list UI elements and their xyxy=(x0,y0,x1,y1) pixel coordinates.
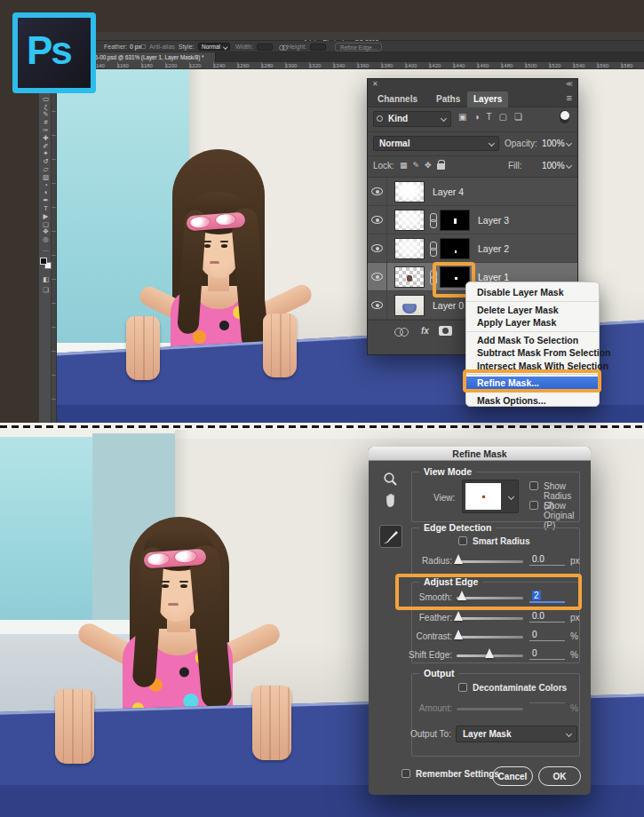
more-tools-icon[interactable]: … xyxy=(39,245,52,253)
layer-name[interactable]: Layer 2 xyxy=(478,243,509,254)
menu-item-mask-options[interactable]: Mask Options... xyxy=(466,394,599,408)
healing-brush-tool-icon[interactable]: ✚ xyxy=(39,134,52,142)
eye-icon[interactable] xyxy=(371,216,383,224)
layer-row-3[interactable]: Layer 3 xyxy=(368,206,577,234)
lock-transparent-icon[interactable]: ▦ xyxy=(400,161,408,170)
visibility-cell[interactable] xyxy=(368,206,387,234)
shape-tool-icon[interactable]: ▢ xyxy=(39,220,52,228)
view-dropdown[interactable] xyxy=(462,480,519,513)
lock-all-icon[interactable] xyxy=(437,163,445,170)
radius-slider-thumb[interactable] xyxy=(454,554,463,564)
opacity-value[interactable]: 100% xyxy=(542,139,565,148)
layer-name[interactable]: Layer 1 xyxy=(478,272,509,282)
anti-alias-checkbox[interactable] xyxy=(141,44,146,49)
close-icon[interactable]: ✕ xyxy=(372,80,378,89)
ok-button[interactable]: OK xyxy=(538,766,581,786)
lasso-tool-icon[interactable]: ζ xyxy=(39,103,52,111)
show-original-checkbox[interactable] xyxy=(529,501,538,510)
zoom-tool-icon[interactable]: ◎ xyxy=(39,235,52,243)
feather-value[interactable]: 0.0 xyxy=(529,611,565,623)
add-mask-icon[interactable] xyxy=(439,326,452,336)
refine-edge-button[interactable]: Refine Edge... xyxy=(335,43,382,52)
width-field[interactable] xyxy=(257,44,273,51)
crop-tool-icon[interactable]: # xyxy=(39,118,52,126)
shift-edge-slider-thumb[interactable] xyxy=(485,648,494,658)
layer-thumbnail[interactable] xyxy=(394,266,425,288)
eye-icon[interactable] xyxy=(371,244,383,252)
eye-icon[interactable] xyxy=(371,273,383,281)
layer-row-4[interactable]: Layer 4 xyxy=(368,178,577,206)
height-field[interactable] xyxy=(310,44,326,51)
path-selection-tool-icon[interactable]: ▶ xyxy=(39,212,52,220)
blur-tool-icon[interactable]: ◔ xyxy=(39,181,52,189)
pixel-layers-filter-icon[interactable]: ▣ xyxy=(458,112,466,122)
clone-stamp-tool-icon[interactable]: ✦ xyxy=(39,149,52,157)
layer-thumbnail[interactable] xyxy=(394,210,425,231)
radius-value[interactable]: 0.0 xyxy=(529,554,565,566)
panel-menu-icon[interactable]: ≡ xyxy=(567,92,572,103)
output-to-dropdown[interactable]: Layer Mask xyxy=(456,726,577,742)
menu-item-add-mask-to-selection[interactable]: Add Mask To Selection xyxy=(466,334,599,347)
quick-selection-tool-icon[interactable]: ✎ xyxy=(39,110,52,118)
visibility-cell[interactable] xyxy=(368,234,387,262)
hand-tool-icon[interactable] xyxy=(384,493,398,512)
layer-mask-thumbnail[interactable] xyxy=(440,210,470,231)
kind-filter-dropdown[interactable]: Kind xyxy=(373,111,451,127)
layer-mask-thumbnail[interactable] xyxy=(440,238,470,259)
layer-name[interactable]: Layer 0 xyxy=(433,300,464,311)
shift-edge-value[interactable]: 0 xyxy=(529,648,565,660)
visibility-cell[interactable] xyxy=(368,291,387,319)
tab-paths[interactable]: Paths xyxy=(430,91,466,107)
shape-layers-filter-icon[interactable]: ▢ xyxy=(499,112,507,122)
menu-item-apply-layer-mask[interactable]: Apply Layer Mask xyxy=(466,316,599,329)
cancel-button[interactable]: Cancel xyxy=(492,766,533,786)
eye-icon[interactable] xyxy=(371,301,383,309)
tab-layers[interactable]: Layers xyxy=(467,91,508,107)
menu-item-subtract-mask-from-selection[interactable]: Subtract Mask From Selection xyxy=(466,346,599,360)
dodge-tool-icon[interactable]: ◖ xyxy=(39,188,52,196)
fill-value[interactable]: 100% xyxy=(542,161,565,171)
zoom-tool-icon[interactable] xyxy=(383,472,399,491)
smart-objects-filter-icon[interactable]: ❏ xyxy=(514,112,522,122)
feather-slider[interactable] xyxy=(457,617,523,620)
screen-mode-icon[interactable]: ❏ xyxy=(39,286,52,294)
layer-name[interactable]: Layer 4 xyxy=(433,186,464,197)
layer-row-2[interactable]: Layer 2 xyxy=(368,234,577,263)
lock-move-icon[interactable]: ✥ xyxy=(425,161,432,170)
contrast-slider-thumb[interactable] xyxy=(454,630,463,639)
smart-radius-checkbox[interactable] xyxy=(458,536,467,545)
layer-thumbnail[interactable] xyxy=(394,295,425,316)
layer-effects-icon[interactable]: fx xyxy=(421,326,429,336)
brush-tool-icon[interactable]: ✐ xyxy=(39,142,52,150)
marquee-tool-icon[interactable]: ▭ xyxy=(39,95,52,103)
feather-value[interactable]: 0 px xyxy=(130,41,141,52)
chevron-down-icon[interactable] xyxy=(566,140,572,147)
layer-name[interactable]: Layer 3 xyxy=(478,215,509,226)
hand-tool-icon[interactable]: ✥ xyxy=(39,227,52,235)
type-tool-icon[interactable]: T xyxy=(39,204,52,212)
color-swatches[interactable] xyxy=(40,258,52,269)
layer-thumbnail[interactable] xyxy=(394,181,425,202)
dialog-title[interactable]: Refine Mask xyxy=(369,447,591,461)
adjustment-layers-filter-icon[interactable]: ◑ xyxy=(473,112,479,122)
filter-toggle[interactable] xyxy=(560,110,569,123)
show-radius-checkbox[interactable] xyxy=(529,481,538,490)
eye-icon[interactable] xyxy=(371,187,383,195)
blend-mode-dropdown[interactable]: Normal xyxy=(373,136,499,151)
menu-item-disable-layer-mask[interactable]: Disable Layer Mask xyxy=(466,286,599,299)
pen-tool-icon[interactable]: ✒ xyxy=(39,196,52,204)
refine-radius-brush-button[interactable] xyxy=(379,525,402,548)
visibility-cell[interactable] xyxy=(368,178,387,205)
eraser-tool-icon[interactable]: ▱ xyxy=(39,165,52,173)
chevron-down-icon[interactable] xyxy=(566,163,572,169)
lock-paint-icon[interactable]: ✎ xyxy=(413,161,420,170)
foreground-color-swatch[interactable] xyxy=(40,258,47,265)
mask-link-icon[interactable] xyxy=(429,213,437,227)
link-layers-icon[interactable] xyxy=(394,328,409,336)
type-layers-filter-icon[interactable]: T xyxy=(487,112,492,122)
eyedropper-tool-icon[interactable]: ✑ xyxy=(39,126,52,134)
decontaminate-colors-checkbox[interactable] xyxy=(458,683,467,692)
visibility-cell[interactable] xyxy=(368,263,387,290)
collapse-panel-icon[interactable]: ≪ xyxy=(566,80,573,89)
feather-slider-thumb[interactable] xyxy=(454,611,463,621)
